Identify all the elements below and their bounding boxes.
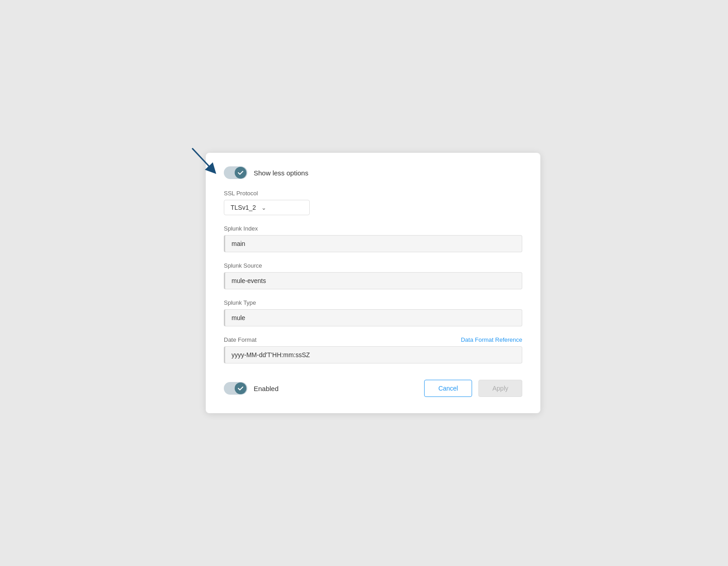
splunk-index-section: Splunk Index bbox=[224, 225, 522, 252]
enabled-toggle-thumb bbox=[235, 382, 246, 394]
enabled-toggle[interactable] bbox=[224, 382, 247, 395]
splunk-type-section: Splunk Type bbox=[224, 299, 522, 326]
splunk-index-input[interactable] bbox=[224, 235, 522, 252]
button-group: Cancel Apply bbox=[424, 380, 522, 397]
chevron-down-icon: ⌄ bbox=[261, 204, 266, 211]
settings-card: Show less options SSL Protocol TLSv1_2 ⌄… bbox=[206, 153, 540, 413]
show-less-toggle-row: Show less options bbox=[224, 166, 522, 179]
ssl-protocol-value: TLSv1_2 bbox=[231, 204, 256, 211]
apply-button[interactable]: Apply bbox=[478, 380, 522, 397]
splunk-source-input[interactable] bbox=[224, 272, 522, 289]
show-less-label: Show less options bbox=[254, 169, 308, 177]
cancel-button[interactable]: Cancel bbox=[424, 380, 472, 397]
splunk-type-label: Splunk Type bbox=[224, 299, 522, 306]
show-less-toggle-thumb bbox=[235, 167, 246, 179]
arrow-icon bbox=[188, 144, 224, 180]
bottom-row: Enabled Cancel Apply bbox=[224, 380, 522, 397]
date-format-input[interactable] bbox=[224, 346, 522, 363]
date-format-header: Date Format Data Format Reference bbox=[224, 336, 522, 343]
ssl-protocol-section: SSL Protocol TLSv1_2 ⌄ bbox=[224, 190, 522, 215]
splunk-type-input[interactable] bbox=[224, 309, 522, 326]
splunk-source-section: Splunk Source bbox=[224, 262, 522, 289]
enabled-toggle-row: Enabled bbox=[224, 382, 279, 395]
splunk-source-label: Splunk Source bbox=[224, 262, 522, 269]
enabled-label: Enabled bbox=[254, 385, 279, 392]
date-format-label: Date Format bbox=[224, 336, 256, 343]
data-format-reference-link[interactable]: Data Format Reference bbox=[461, 336, 522, 343]
date-format-section: Date Format Data Format Reference bbox=[224, 336, 522, 363]
splunk-index-label: Splunk Index bbox=[224, 225, 522, 232]
page-wrapper: Show less options SSL Protocol TLSv1_2 ⌄… bbox=[179, 135, 549, 431]
svg-line-0 bbox=[192, 148, 213, 170]
show-less-toggle[interactable] bbox=[224, 166, 247, 179]
ssl-protocol-label: SSL Protocol bbox=[224, 190, 522, 197]
ssl-protocol-dropdown[interactable]: TLSv1_2 ⌄ bbox=[224, 200, 310, 215]
